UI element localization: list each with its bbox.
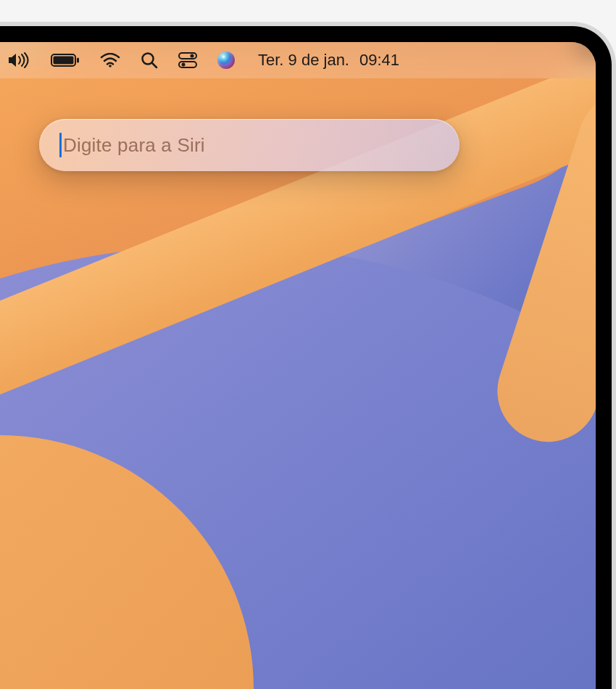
siri-input-placeholder: Digite para a Siri xyxy=(63,134,205,157)
menubar-datetime[interactable]: Ter. 9 de jan. 09:41 xyxy=(258,51,399,70)
screen: Ter. 9 de jan. 09:41 Digite para a Siri xyxy=(0,42,596,689)
device-frame: Ter. 9 de jan. 09:41 Digite para a Siri xyxy=(0,22,616,689)
svg-rect-2 xyxy=(77,58,79,63)
volume-icon[interactable] xyxy=(7,52,30,68)
text-caret xyxy=(59,133,62,157)
svg-point-9 xyxy=(182,63,186,67)
svg-point-3 xyxy=(109,65,112,67)
svg-line-5 xyxy=(152,63,157,67)
menubar-time: 09:41 xyxy=(359,51,399,70)
menubar-date: Ter. 9 de jan. xyxy=(258,51,349,70)
wifi-icon[interactable] xyxy=(100,53,120,67)
siri-input[interactable]: Digite para a Siri xyxy=(39,119,459,171)
search-icon[interactable] xyxy=(141,51,158,69)
svg-point-7 xyxy=(191,54,194,58)
control-center-icon[interactable] xyxy=(178,52,197,68)
menubar: Ter. 9 de jan. 09:41 xyxy=(0,42,596,78)
battery-icon[interactable] xyxy=(51,54,80,67)
svg-rect-1 xyxy=(54,57,74,65)
siri-icon[interactable] xyxy=(217,51,235,69)
device-bezel: Ter. 9 de jan. 09:41 Digite para a Siri xyxy=(0,26,612,689)
